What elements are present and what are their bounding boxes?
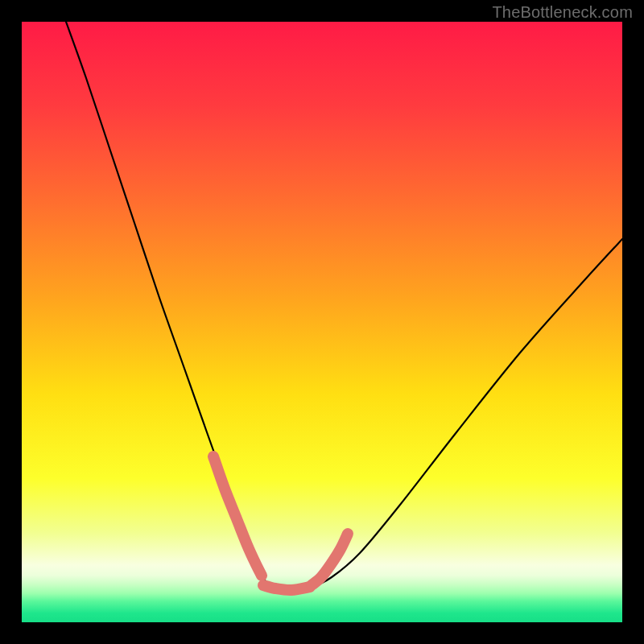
chart-curve-layer: [22, 22, 622, 622]
overlay-pink-bottom: [263, 585, 310, 590]
outer-frame: TheBottleneck.com: [0, 0, 644, 644]
overlay-pink-left: [213, 456, 262, 576]
watermark-text: TheBottleneck.com: [492, 3, 633, 22]
plot-area: [22, 22, 622, 622]
bottleneck-curve: [66, 22, 622, 589]
